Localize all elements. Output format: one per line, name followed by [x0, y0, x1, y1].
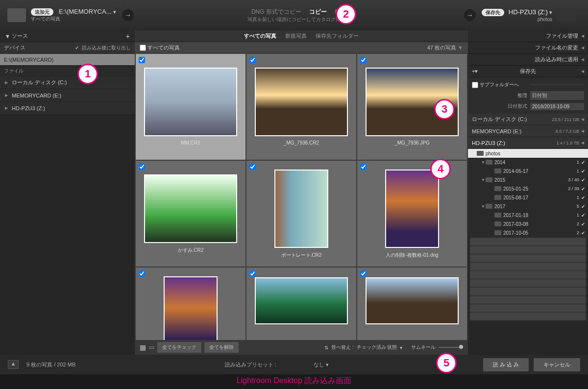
- device-row[interactable]: E:\(MEMORYCARD): [0, 54, 135, 66]
- copy-mode-row: DNG 形式でコピーコピー移動 写真を新しい場所にコピーしてカタログに追加: [140, 8, 458, 23]
- files-section-header: ファイル: [0, 66, 135, 76]
- thumb-checkbox[interactable]: [139, 164, 145, 170]
- folder-tree: photos▼20141✔2014-05-171✔▼20153 / 40✔201…: [468, 149, 588, 237]
- thumb-checkbox[interactable]: [139, 270, 145, 277]
- volume-row[interactable]: ローカル ディスク (C:)23.5 / 211 GB◀: [468, 114, 588, 125]
- thumbnail-cell[interactable]: ポートレート.CR2: [246, 161, 356, 267]
- status-text: 9 枚の写真 / 202 MB: [26, 361, 75, 368]
- thumb-checkbox[interactable]: [360, 57, 367, 63]
- thumbnail-cell[interactable]: かすみ.CR2: [136, 161, 245, 267]
- volume-row[interactable]: HD-PZU3 (Z:)1.4 / 1.8 TB◀: [468, 137, 588, 149]
- thumbnail-cell[interactable]: 人の削除-複数枚-01.dng: [357, 161, 467, 267]
- drive-row[interactable]: MEMORYCARD (E:): [0, 89, 135, 102]
- thumb-filename: _MG_7936.CR2: [284, 140, 319, 146]
- thumbnail-grid: MM.CR2_MG_7936.CR2_MG_7936.JPGかすみ.CR2ポート…: [135, 53, 468, 340]
- filter-tab[interactable]: 保存先フォルダー: [316, 32, 359, 40]
- tree-node[interactable]: ▼20141✔: [468, 158, 588, 167]
- tree-node[interactable]: ▼20175✔: [468, 202, 588, 211]
- subfolder-checkbox[interactable]: [472, 82, 478, 88]
- dest-label[interactable]: 保存先: [482, 9, 504, 16]
- dest-title[interactable]: HD-PZU3 (Z:): [509, 8, 548, 16]
- organize-select[interactable]: 日付別: [530, 91, 584, 100]
- chevron-down-icon[interactable]: ▼: [458, 45, 463, 50]
- grid-footer: ▦ ▭ 全てをチェック 全てを解除 ⇅ 並べ替え : チェック済み 状態 ▾ サ…: [135, 340, 468, 355]
- section-apply[interactable]: 読み込み時に適用: [468, 54, 588, 66]
- grid-view-icon[interactable]: ▦: [140, 343, 146, 351]
- check-all-button[interactable]: 全てをチェック: [157, 342, 201, 353]
- thumb-image: [366, 277, 459, 324]
- tree-node[interactable]: ▼20153 / 40✔: [468, 175, 588, 184]
- single-view-icon[interactable]: ▭: [149, 344, 154, 351]
- plus-icon[interactable]: +▾: [472, 68, 478, 74]
- thumb-checkbox[interactable]: [360, 270, 367, 277]
- thumb-image: [144, 68, 237, 136]
- device-section-header: デバイス ✔読み込み後に取り出し: [0, 42, 135, 54]
- tree-node[interactable]: 2017-01-181✔: [468, 211, 588, 219]
- tree-node[interactable]: 2015-01-252 / 39✔: [468, 184, 588, 193]
- filter-tab[interactable]: すべての写真: [244, 32, 276, 40]
- right-panel: ファイル管理 ファイル名の変更 読み込み時に適用 +▾ 保存先 サブフォルダーへ…: [468, 30, 588, 355]
- section-destination[interactable]: +▾ 保存先: [468, 66, 588, 77]
- thumb-checkbox[interactable]: [139, 57, 145, 63]
- sort-icon[interactable]: ⇅: [324, 345, 328, 350]
- from-label[interactable]: 追加元: [31, 8, 53, 16]
- preset-select[interactable]: なし: [314, 362, 324, 367]
- section-file-handling[interactable]: ファイル管理: [468, 30, 588, 42]
- thumbnail-cell[interactable]: [136, 267, 245, 340]
- thumb-image: [274, 170, 328, 248]
- thumb-checkbox[interactable]: [249, 57, 256, 63]
- source-device-icon: [7, 8, 26, 22]
- add-source-icon[interactable]: +: [126, 32, 130, 40]
- filter-tab[interactable]: 新規写真: [285, 32, 307, 40]
- eject-after-import[interactable]: 読み込み後に取り出し: [82, 45, 131, 50]
- thumb-checkbox[interactable]: [249, 164, 256, 170]
- select-all-checkbox[interactable]: [140, 45, 146, 51]
- thumb-size-slider[interactable]: [439, 347, 463, 348]
- volume-row[interactable]: MEMORYCARD (E:)6.5 / 7.2 GB◀: [468, 125, 588, 137]
- bottom-bar: ▲ 9 枚の写真 / 202 MB 読み込みプリセット : なし ▾ 読 み 込…: [0, 355, 588, 374]
- cancel-button[interactable]: キャンセル: [534, 358, 580, 371]
- source-panel: ▼ ソース + デバイス ✔読み込み後に取り出し E:\(MEMORYCARD)…: [0, 30, 135, 355]
- uncheck-all-button[interactable]: 全てを解除: [204, 342, 239, 353]
- thumb-image: [255, 68, 348, 136]
- drive-row[interactable]: ローカル ディスク (C:): [0, 76, 135, 89]
- tree-node[interactable]: 2015-08-171✔: [468, 193, 588, 202]
- thumbnail-cell[interactable]: MM.CR2: [136, 54, 245, 160]
- thumbnail-cell[interactable]: [246, 267, 356, 340]
- thumb-filename: _MG_7936.JPG: [394, 140, 430, 146]
- thumb-checkbox[interactable]: [360, 164, 367, 170]
- copy-mode-1[interactable]: コピー: [309, 8, 327, 15]
- source-header[interactable]: ▼ ソース +: [0, 30, 135, 42]
- filter-bar: すべての写真新規写真保存先フォルダー: [135, 30, 468, 42]
- photo-count: 47 枚の写真: [427, 44, 456, 51]
- thumb-image: [144, 174, 237, 243]
- thumb-filename: 人の削除-複数枚-01.dng: [386, 252, 438, 259]
- thumb-checkbox[interactable]: [249, 270, 256, 277]
- tree-node[interactable]: photos: [468, 149, 588, 158]
- thumbnail-cell[interactable]: [357, 267, 467, 340]
- import-button[interactable]: 読 み 込 み: [483, 358, 529, 371]
- caption: Lightroom Desktop 読み込み画面: [0, 376, 588, 386]
- source-title[interactable]: E:\(MEMORYCA...: [59, 8, 113, 15]
- sort-value[interactable]: チェック済み 状態: [357, 344, 397, 351]
- annotation-badge: 4: [430, 159, 451, 179]
- copy-mode-0[interactable]: DNG 形式でコピー: [251, 8, 301, 15]
- tree-node[interactable]: 2017-03-082✔: [468, 219, 588, 228]
- thumb-image: [255, 277, 348, 324]
- drive-row[interactable]: HD-PZU3 (Z:): [0, 102, 135, 115]
- destination-options: サブフォルダーへ 整理日付別 日付形式2018/2018-10-09: [468, 77, 588, 114]
- arrow-right-icon: →: [122, 9, 134, 21]
- thumb-filename: MM.CR2: [181, 140, 200, 146]
- annotation-badge: 1: [77, 64, 98, 84]
- tree-node[interactable]: 2014-05-171✔: [468, 167, 588, 175]
- annotation-badge: 5: [436, 353, 457, 373]
- section-rename[interactable]: ファイル名の変更: [468, 42, 588, 54]
- dateformat-select[interactable]: 2018/2018-10-09: [530, 103, 584, 110]
- tree-node[interactable]: 2017-10-052✔: [468, 228, 588, 237]
- expand-button[interactable]: ▲: [8, 360, 19, 369]
- annotation-badge: 3: [434, 99, 455, 120]
- thumbnail-cell[interactable]: _MG_7936.CR2: [246, 54, 356, 160]
- thumb-filename: ポートレート.CR2: [281, 252, 322, 259]
- dest-subtitle: photos: [538, 17, 552, 22]
- thumb-image: [385, 170, 439, 248]
